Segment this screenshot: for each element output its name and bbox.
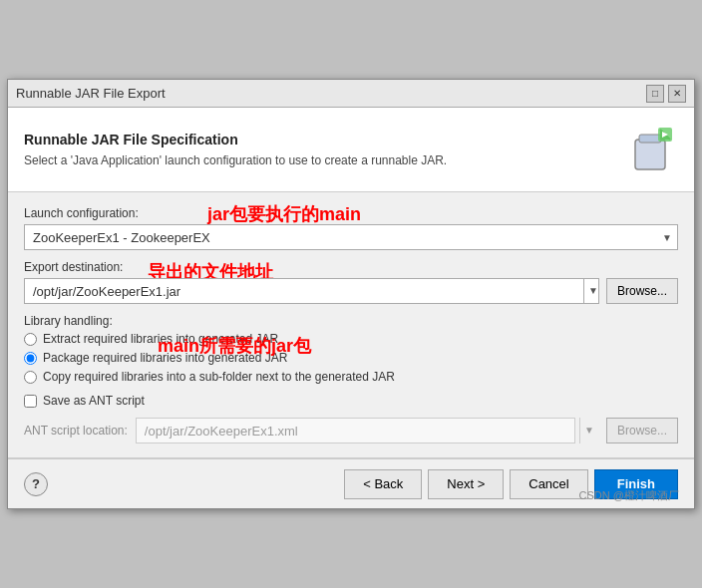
next-button[interactable]: Next > xyxy=(428,469,504,499)
title-bar: Runnable JAR File Export □ ✕ xyxy=(8,80,694,108)
launch-config-row: ZooKeeperEx1 - ZookeeperEX ▼ xyxy=(24,224,678,250)
jar-icon xyxy=(622,122,678,177)
radio-extract-input[interactable] xyxy=(24,333,37,346)
radio-package[interactable]: Package required libraries into generate… xyxy=(24,351,678,365)
export-dest-label: Export destination: xyxy=(24,260,678,274)
radio-package-input[interactable] xyxy=(24,352,37,365)
radio-package-label: Package required libraries into generate… xyxy=(43,351,287,365)
launch-config-select[interactable]: ZooKeeperEx1 - ZookeeperEX xyxy=(24,224,678,250)
minimize-button[interactable]: □ xyxy=(646,85,664,103)
help-button[interactable]: ? xyxy=(24,472,48,496)
library-handling-label: Library handling: xyxy=(24,314,678,328)
export-browse-button[interactable]: Browse... xyxy=(606,278,678,304)
radio-copy-label: Copy required libraries into a sub-folde… xyxy=(43,370,395,384)
library-radio-group: Extract required libraries into generate… xyxy=(24,332,678,384)
save-ant-row[interactable]: Save as ANT script xyxy=(24,394,678,408)
close-button[interactable]: ✕ xyxy=(668,85,686,103)
radio-extract[interactable]: Extract required libraries into generate… xyxy=(24,332,678,346)
cancel-button[interactable]: Cancel xyxy=(510,469,587,499)
radio-extract-label: Extract required libraries into generate… xyxy=(43,332,278,346)
header-subtitle: Select a 'Java Application' launch confi… xyxy=(24,153,610,167)
export-dest-input[interactable] xyxy=(24,278,599,304)
svg-rect-0 xyxy=(635,140,665,169)
watermark: CSDN @橙汁啤酒厂 xyxy=(579,488,679,503)
footer-left: ? xyxy=(24,472,48,496)
ant-script-input xyxy=(136,418,575,443)
dialog-title: Runnable JAR File Export xyxy=(16,86,166,101)
ant-script-row: ANT script location: ▼ Browse... xyxy=(24,418,678,443)
library-handling-group: Library handling: Extract required libra… xyxy=(24,314,678,384)
save-ant-checkbox[interactable] xyxy=(24,395,37,408)
ant-script-arrow: ▼ xyxy=(579,418,598,443)
content-section: jar包要执行的main Launch configuration: ZooKe… xyxy=(8,192,694,457)
radio-copy-input[interactable] xyxy=(24,371,37,384)
export-dest-input-wrapper: ▼ xyxy=(24,278,602,304)
ant-script-label: ANT script location: xyxy=(24,424,128,438)
launch-config-label: Launch configuration: xyxy=(24,206,678,220)
header-title: Runnable JAR File Specification xyxy=(24,132,610,147)
back-button[interactable]: < Back xyxy=(344,469,422,499)
save-ant-label: Save as ANT script xyxy=(43,394,145,408)
dialog-body: Runnable JAR File Specification Select a… xyxy=(8,108,694,508)
radio-copy[interactable]: Copy required libraries into a sub-folde… xyxy=(24,370,678,384)
ant-browse-button: Browse... xyxy=(606,418,678,443)
header-section: Runnable JAR File Specification Select a… xyxy=(8,108,694,192)
launch-config-group: Launch configuration: ZooKeeperEx1 - Zoo… xyxy=(24,206,678,250)
svg-rect-1 xyxy=(639,135,661,143)
header-text: Runnable JAR File Specification Select a… xyxy=(24,132,610,167)
export-dest-group: Export destination: ▼ Browse... xyxy=(24,260,678,304)
title-bar-controls: □ ✕ xyxy=(646,85,686,103)
launch-config-select-wrapper: ZooKeeperEx1 - ZookeeperEX ▼ xyxy=(24,224,678,250)
export-dest-row: ▼ Browse... xyxy=(24,278,678,304)
